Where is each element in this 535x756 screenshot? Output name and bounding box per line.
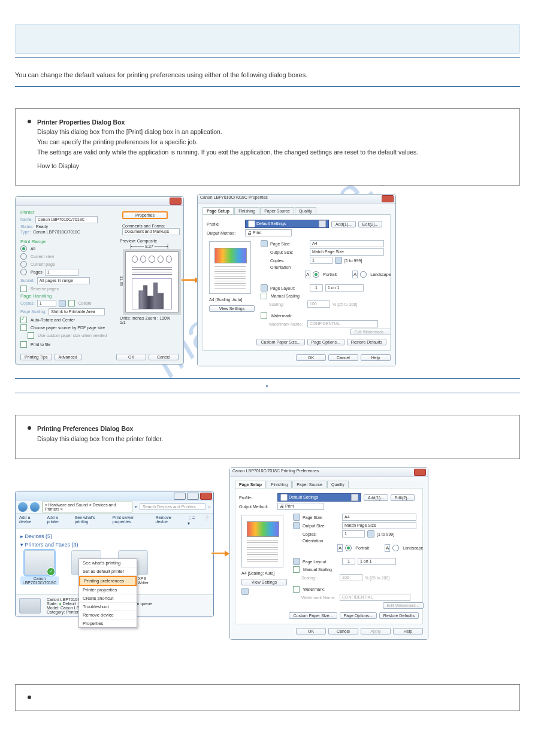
search-input[interactable]: Search Devices and Printers — [140, 503, 205, 510]
cancel-button[interactable]: Cancel — [149, 354, 179, 360]
breadcrumb[interactable]: « Hardware and Sound » Devices and Print… — [42, 502, 132, 512]
ok-button[interactable]: OK — [116, 354, 146, 360]
watermark-checkbox[interactable] — [261, 312, 267, 319]
cancel-button[interactable]: Cancel — [328, 354, 358, 361]
profile-select[interactable]: Default Settings — [277, 493, 361, 502]
current-page-radio[interactable] — [20, 261, 27, 268]
chevron-down-icon[interactable] — [319, 220, 326, 227]
tab-page-setup[interactable]: Page Setup — [235, 481, 266, 488]
spinner-icon[interactable] — [59, 300, 66, 307]
ctx-properties[interactable]: Properties — [79, 620, 137, 627]
portrait-radio[interactable] — [313, 271, 319, 278]
properties-button[interactable]: Properties — [122, 211, 168, 219]
advanced-button[interactable]: Advanced — [55, 354, 81, 360]
spinner-icon[interactable] — [335, 257, 342, 264]
choose-source-checkbox[interactable] — [20, 324, 27, 331]
custom-size-checkbox[interactable] — [28, 332, 34, 339]
ctx-see-printing[interactable]: See what's printing — [79, 559, 137, 567]
ctx-create-shortcut[interactable]: Create shortcut — [79, 594, 137, 603]
output-size-select[interactable]: Match Page Size — [342, 522, 416, 529]
output-method-select[interactable]: 🖨 Print — [277, 503, 324, 510]
profile-select[interactable]: Default Settings — [245, 220, 329, 228]
landscape-radio[interactable] — [360, 271, 367, 278]
add-button[interactable]: Add(1)... — [331, 221, 356, 227]
spinner-icon[interactable] — [367, 530, 374, 538]
ok-button[interactable]: OK — [296, 628, 326, 634]
copies-input[interactable]: 1 — [310, 257, 333, 264]
tab-finishing[interactable]: Finishing — [267, 481, 292, 488]
close-icon[interactable] — [170, 198, 182, 205]
page-layout-select[interactable]: 1 on 1 — [325, 284, 364, 292]
page-options-button[interactable]: Page Options... — [307, 339, 344, 345]
finishing-icon[interactable] — [241, 588, 249, 595]
collate-checkbox[interactable] — [68, 300, 75, 306]
copies-input[interactable]: 1 — [342, 530, 365, 538]
printing-tips-button[interactable]: Printing Tips — [20, 354, 52, 360]
print-to-file-checkbox[interactable] — [20, 341, 27, 348]
tab-quality[interactable]: Quality — [295, 207, 316, 214]
ok-button[interactable]: OK — [296, 354, 326, 361]
manual-scaling-checkbox[interactable] — [293, 566, 300, 573]
cmd-add-device[interactable]: Add a device — [19, 515, 41, 526]
current-view-radio[interactable] — [20, 253, 27, 260]
custom-paper-button[interactable]: Custom Paper Size... — [256, 339, 304, 345]
cmd-remove-device[interactable]: Remove device — [156, 515, 182, 526]
all-radio[interactable] — [20, 245, 27, 252]
cmd-add-printer[interactable]: Add a printer — [47, 515, 68, 526]
close-icon[interactable] — [200, 493, 212, 500]
tab-paper-source[interactable]: Paper Source — [292, 481, 327, 488]
subset-select[interactable]: All pages in range — [37, 277, 90, 284]
view-settings-button[interactable]: View Settings — [209, 305, 255, 312]
pages-input[interactable]: 1 — [45, 269, 78, 276]
ctx-remove-device[interactable]: Remove device — [79, 611, 137, 620]
back-icon[interactable] — [18, 502, 28, 512]
maximize-icon[interactable] — [187, 493, 199, 500]
ctx-printer-properties[interactable]: Printer properties — [79, 586, 137, 594]
custom-paper-button[interactable]: Custom Paper Size... — [289, 612, 337, 619]
printers-group-header[interactable]: ▾ Printers and Faxes (3) — [20, 542, 208, 548]
edit-button[interactable]: Edit(2)... — [391, 494, 415, 501]
help-icon[interactable]: ❔ — [204, 515, 210, 526]
ctx-set-default[interactable]: Set as default printer — [79, 567, 137, 576]
tab-finishing[interactable]: Finishing — [234, 207, 259, 214]
manual-scaling-checkbox[interactable] — [261, 293, 267, 299]
ctx-printing-preferences[interactable]: Printing preferences — [79, 576, 137, 586]
add-button[interactable]: Add(1)... — [364, 494, 388, 501]
devices-group-header[interactable]: ▸ Devices (5) — [20, 533, 208, 539]
page-size-select[interactable]: A4 — [342, 514, 416, 521]
page-options-button[interactable]: Page Options... — [340, 612, 377, 619]
search-icon[interactable]: ⌕ — [208, 504, 211, 509]
pages-radio[interactable] — [20, 269, 27, 275]
printer-item-canon[interactable]: ✓ Canon LBP7010C/7018C — [20, 550, 59, 585]
restore-defaults-button[interactable]: Restore Defaults — [379, 612, 419, 619]
tab-page-setup[interactable]: Page Setup — [202, 207, 234, 214]
close-icon[interactable] — [414, 469, 426, 476]
close-icon[interactable] — [382, 195, 394, 202]
forward-icon[interactable] — [30, 502, 40, 512]
view-icon[interactable]: ⋮≡ ▾ — [188, 515, 198, 526]
copies-input[interactable]: 1 — [37, 300, 56, 307]
printer-name-select[interactable]: Canon LBP7010C/7018C — [35, 216, 98, 223]
view-settings-button[interactable]: View Settings — [241, 579, 287, 585]
portrait-radio[interactable] — [345, 545, 352, 551]
output-method-select[interactable]: 🖨 Print — [245, 229, 292, 236]
comments-select[interactable]: Document and Markups — [122, 228, 180, 235]
restore-defaults-button[interactable]: Restore Defaults — [347, 339, 386, 345]
cmd-server-properties[interactable]: Print server properties — [113, 515, 150, 526]
minimize-icon[interactable] — [174, 493, 186, 500]
pagescaling-select[interactable]: Shrink to Printable Area — [49, 308, 105, 315]
autorotate-checkbox[interactable] — [20, 317, 27, 323]
help-button[interactable]: Help — [393, 628, 423, 634]
landscape-radio[interactable] — [392, 545, 399, 551]
page-size-select[interactable]: A4 — [310, 240, 384, 247]
ctx-troubleshoot[interactable]: Troubleshoot — [79, 603, 137, 611]
tab-paper-source[interactable]: Paper Source — [260, 207, 294, 214]
reverse-checkbox[interactable] — [20, 286, 27, 292]
edit-button[interactable]: Edit(2)... — [358, 221, 382, 227]
page-layout-select[interactable]: 1 on 1 — [358, 558, 396, 565]
chevron-down-icon[interactable] — [351, 494, 358, 501]
help-button[interactable]: Help — [361, 354, 391, 361]
tab-quality[interactable]: Quality — [327, 481, 349, 488]
output-size-select[interactable]: Match Page Size — [310, 248, 384, 256]
watermark-checkbox[interactable] — [293, 586, 300, 593]
